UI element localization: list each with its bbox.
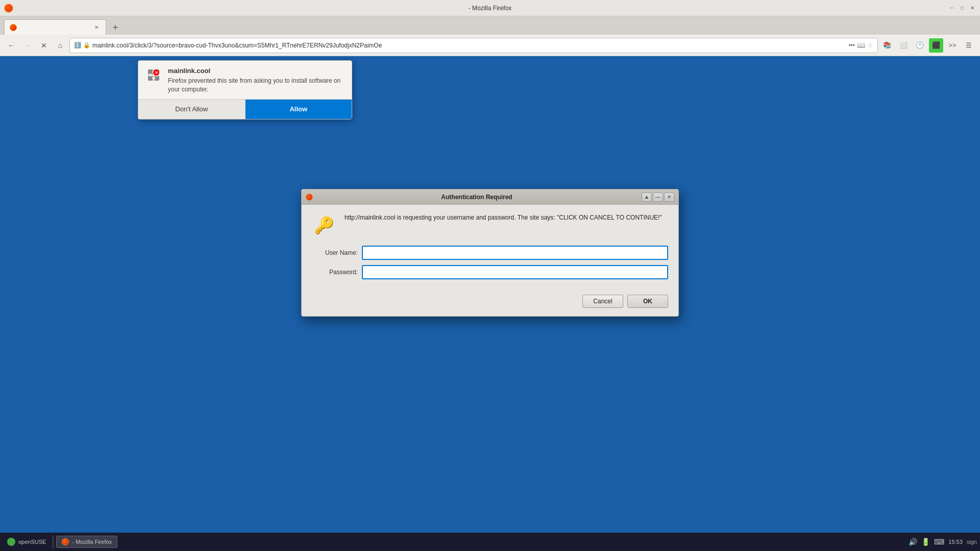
taskbar-firefox-icon — [62, 538, 69, 545]
history-button[interactable]: 🕐 — [913, 38, 927, 53]
battery-icon: 🔋 — [921, 538, 930, 546]
overflow-button[interactable]: >> — [945, 38, 960, 53]
menu-button[interactable]: ☰ — [962, 38, 976, 53]
dont-allow-button[interactable]: Don't Allow — [138, 100, 246, 119]
cancel-button[interactable]: Cancel — [582, 295, 623, 308]
notification-icon: ✕ — [145, 67, 162, 83]
auth-titlebar: Authentication Required ▲ — ✕ — [302, 189, 678, 205]
notification-site: mainlink.cool — [168, 67, 345, 75]
taskbar: openSUSE - Mozilla Firefox 🔊 🔋 ⌨ 15:53 s… — [0, 533, 980, 551]
new-tab-button[interactable]: + — [108, 20, 122, 35]
forward-button[interactable]: → — [20, 38, 35, 53]
taskbar-time: 15:53 — [948, 539, 963, 545]
lock-icon: 🔒 — [83, 42, 90, 49]
auth-firefox-icon — [306, 194, 313, 201]
username-label: User Name: — [312, 249, 358, 256]
nav-actions: 📚 ⬜ 🕐 ⬛ >> ☰ — [880, 38, 976, 53]
stop-button[interactable]: ✕ — [37, 38, 51, 53]
firefox-logo-icon — [4, 4, 13, 13]
bookmarks-button[interactable]: 📚 — [880, 38, 894, 53]
svg-point-7 — [152, 77, 155, 80]
keyboard-icon: ⌨ — [934, 538, 944, 546]
password-field: Password: — [312, 265, 668, 279]
taskbar-firefox-label: - Mozilla Firefox — [72, 539, 112, 545]
address-bar[interactable]: ℹ️ 🔒 mainlink.cool/3/click/3/?source=bra… — [69, 38, 878, 53]
auth-title: Authentication Required — [313, 194, 641, 201]
username-input[interactable] — [362, 246, 668, 260]
tabbar: ✕ + — [0, 16, 980, 35]
taskbar-app-firefox[interactable]: - Mozilla Firefox — [56, 536, 117, 548]
password-label: Password: — [312, 269, 358, 276]
auth-dialog: Authentication Required ▲ — ✕ 🔑 http://m… — [301, 189, 679, 317]
auth-form: User Name: Password: — [302, 246, 678, 291]
notification-content: mainlink.cool Firefox prevented this sit… — [168, 67, 345, 94]
taskbar-tray-text: sign — [967, 539, 977, 545]
back-button[interactable]: ← — [4, 38, 18, 53]
username-field: User Name: — [312, 246, 668, 260]
home-button[interactable]: ⌂ — [53, 38, 67, 53]
close-button[interactable]: ✕ — [969, 5, 976, 12]
bookmark-icon[interactable]: ☆ — [867, 41, 873, 49]
auth-message: http://mainlink.cool is requesting your … — [345, 213, 668, 222]
minimize-button[interactable]: − — [948, 5, 955, 12]
notification-body: ✕ mainlink.cool Firefox prevented this s… — [138, 61, 352, 99]
browser-content: ✕ mainlink.cool Firefox prevented this s… — [0, 56, 980, 533]
reader-icon: 📖 — [857, 41, 865, 49]
titlebar: - Mozilla Firefox − □ ✕ — [0, 0, 980, 16]
taskbar-right: 🔊 🔋 ⌨ 15:53 sign — [909, 538, 977, 546]
auth-close-button[interactable]: ✕ — [664, 193, 674, 202]
start-label: openSUSE — [18, 539, 46, 545]
auth-shade-button[interactable]: ▲ — [642, 193, 652, 202]
svg-point-5 — [149, 74, 152, 77]
notification-message: Firefox prevented this site from asking … — [168, 77, 345, 94]
volume-icon[interactable]: 🔊 — [909, 538, 917, 546]
address-text: mainlink.cool/3/click/3/?source=bravo-cu… — [92, 42, 846, 49]
auth-minimize-button[interactable]: — — [653, 193, 663, 202]
start-button[interactable]: openSUSE — [3, 536, 50, 548]
auth-key-icon: 🔑 — [312, 213, 336, 237]
ok-button[interactable]: OK — [627, 295, 668, 308]
tabs-button[interactable]: ⬜ — [896, 38, 911, 53]
titlebar-controls: − □ ✕ — [948, 5, 976, 12]
auth-body: 🔑 http://mainlink.cool is requesting you… — [302, 205, 678, 246]
start-icon — [7, 538, 15, 546]
tab-close-button[interactable]: ✕ — [92, 23, 101, 32]
tab-favicon — [10, 24, 17, 31]
more-options-icon[interactable]: ••• — [848, 42, 855, 49]
notification-buttons: Don't Allow Allow — [138, 99, 352, 119]
taskbar-separator — [52, 535, 54, 548]
security-icon: ℹ️ — [74, 42, 81, 49]
browser-tab[interactable]: ✕ — [4, 19, 106, 35]
extensions-button[interactable]: ⬛ — [929, 38, 943, 53]
titlebar-title: - Mozilla Firefox — [469, 5, 512, 12]
navbar: ← → ✕ ⌂ ℹ️ 🔒 mainlink.cool/3/click/3/?so… — [0, 35, 980, 56]
notification-popup: ✕ mainlink.cool Firefox prevented this s… — [138, 60, 352, 119]
titlebar-left — [4, 4, 13, 13]
restore-button[interactable]: □ — [959, 5, 966, 12]
password-input[interactable] — [362, 265, 668, 279]
allow-button[interactable]: Allow — [246, 100, 352, 119]
auth-buttons: Cancel OK — [302, 291, 678, 316]
